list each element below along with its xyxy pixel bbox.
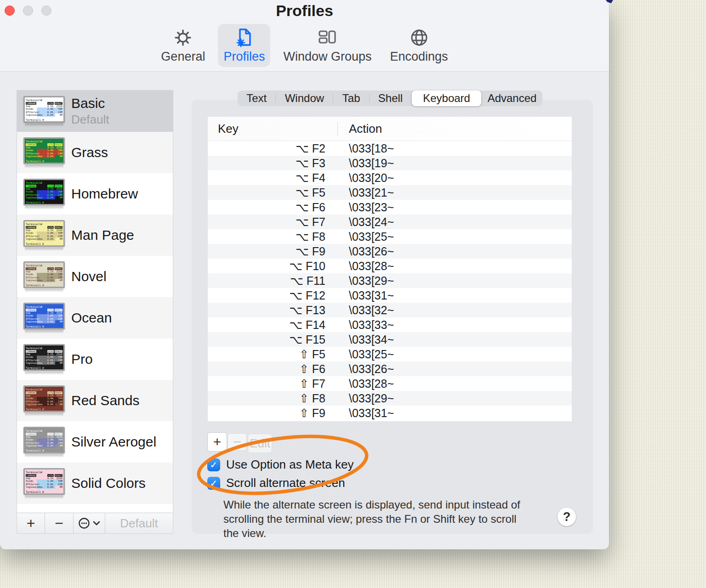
table-row[interactable]: ⌥ F13 \033[32~: [208, 303, 572, 317]
profile-list-item-grass[interactable]: Terminal1# COMMAND %CPURPRVT top4.1%231K…: [17, 132, 173, 173]
profile-list-item-ocean[interactable]: Terminal1# COMMAND %CPURPRVT top4.1%231K…: [17, 297, 173, 339]
profile-actions-menu-button[interactable]: [74, 513, 105, 533]
remove-profile-button[interactable]: −: [45, 513, 74, 533]
profile-thumbnail: Terminal1# COMMAND %CPURPRVT top4.1%231K…: [23, 220, 65, 251]
table-row[interactable]: ⌥ F3 \033[19~: [208, 156, 572, 170]
key-cell: ⌥ F14: [208, 318, 337, 332]
profile-list-item-silver-aerogel[interactable]: Terminal1# COMMAND %CPURPRVT top4.1%231K…: [17, 421, 173, 463]
window-title: Profiles: [0, 2, 609, 20]
profile-name: Grass: [71, 145, 108, 160]
profile-thumbnail: Terminal1# COMMAND %CPURPRVT top4.1%231K…: [23, 261, 65, 292]
column-header-key: Key: [208, 122, 337, 136]
profile-thumbnail: Terminal1# COMMAND %CPURPRVT top4.1%231K…: [23, 137, 65, 168]
table-row[interactable]: ⇧ F9 \033[31~: [208, 406, 572, 420]
table-row[interactable]: ⌥ F12 \033[31~: [208, 288, 572, 303]
table-row[interactable]: ⌥ F14 \033[33~: [208, 317, 572, 332]
tab-advanced[interactable]: Advanced: [482, 90, 542, 106]
gear-icon: [172, 27, 194, 49]
profile-name: Novel: [71, 269, 107, 284]
alternate-screen-help-text: While the alternate screen is displayed,…: [223, 498, 534, 540]
circle-ellipsis-icon: [78, 517, 91, 530]
table-row[interactable]: ⌥ F9 \033[26~: [208, 244, 572, 259]
key-cell: ⌥ F5: [208, 186, 337, 199]
toolbar-item-encodings[interactable]: Encodings: [385, 24, 454, 67]
action-cell: \033[29~: [337, 392, 394, 405]
help-button[interactable]: ?: [558, 508, 576, 526]
key-cell: ⌥ F7: [208, 215, 337, 229]
remove-mapping-button[interactable]: −: [228, 433, 247, 451]
key-cell: ⌥ F2: [208, 142, 337, 155]
key-cell: ⌥ F13: [208, 304, 337, 317]
profile-name: Silver Aerogel: [71, 434, 156, 450]
profile-thumbnail: Terminal1# COMMAND %CPURPRVT top4.1%231K…: [23, 468, 65, 499]
action-cell: \033[26~: [337, 362, 394, 376]
key-cell: ⌥ F4: [208, 171, 337, 185]
table-row[interactable]: ⌥ F2 \033[18~: [208, 141, 572, 156]
scroll-alternate-screen-checkbox[interactable]: ✓: [207, 477, 220, 490]
tab-keyboard[interactable]: Keyboard: [412, 90, 481, 106]
key-cell: ⌥ F10: [208, 260, 337, 273]
table-row[interactable]: ⌥ F4 \033[20~: [208, 170, 572, 185]
edit-mapping-button[interactable]: Edit: [248, 434, 272, 453]
use-option-as-meta-checkbox[interactable]: ✓: [207, 458, 220, 471]
profile-name: Basic: [71, 96, 109, 111]
add-mapping-button[interactable]: +: [207, 432, 227, 452]
scroll-alternate-screen-checkbox-row: ✓ Scroll alternate screen: [207, 476, 345, 490]
profile-thumbnail: Terminal1# COMMAND %CPURPRVT top4.1%231K…: [23, 344, 65, 375]
table-row[interactable]: ⌥ F8 \033[25~: [208, 229, 572, 244]
toolbar-label: Encodings: [390, 50, 448, 64]
profile-list-item-red-sands[interactable]: Terminal1# COMMAND %CPURPRVT top4.1%231K…: [17, 380, 173, 421]
profile-thumbnail: Terminal1# COMMAND %CPURPRVT top4.1%231K…: [23, 96, 65, 127]
key-cell: ⌥ F11: [208, 274, 337, 288]
action-cell: \033[24~: [337, 215, 394, 229]
chevron-down-icon: [93, 520, 100, 526]
toolbar-label: Window Groups: [283, 50, 371, 64]
profile-list-item-novel[interactable]: Terminal1# COMMAND %CPURPRVT top4.1%231K…: [17, 256, 173, 297]
toolbar-item-general[interactable]: General: [155, 24, 211, 67]
tab-bar: TextWindowTabShellKeyboardAdvanced: [238, 90, 542, 106]
tab-text[interactable]: Text: [238, 90, 275, 106]
profile-name: Solid Colors: [71, 475, 146, 491]
profile-name: Homebrew: [71, 186, 138, 202]
table-row[interactable]: ⇧ F6 \033[26~: [208, 362, 572, 376]
toolbar-item-window-groups[interactable]: Window Groups: [278, 24, 377, 67]
profile-list-item-solid-colors[interactable]: Terminal1# COMMAND %CPURPRVT top4.1%231K…: [17, 463, 173, 504]
tab-shell[interactable]: Shell: [370, 90, 411, 106]
window-groups-icon: [316, 27, 338, 49]
table-row[interactable]: ⇧ F8 \033[29~: [208, 391, 572, 406]
profile-subtitle: Default: [71, 113, 109, 127]
mapping-buttons: + − Edit: [207, 432, 272, 453]
key-cell: ⌥ F9: [208, 245, 337, 258]
tab-window[interactable]: Window: [276, 90, 333, 106]
globe-icon: [408, 27, 430, 49]
action-cell: \033[31~: [337, 407, 394, 420]
tab-tab[interactable]: Tab: [333, 90, 369, 106]
default-button[interactable]: Default: [105, 513, 173, 533]
profile-list-item-basic[interactable]: Terminal1# COMMAND %CPURPRVT top4.1%231K…: [17, 90, 173, 132]
table-row[interactable]: ⌥ F11 \033[29~: [208, 273, 572, 288]
toolbar: General Profiles: [0, 24, 609, 67]
action-cell: \033[18~: [337, 142, 394, 155]
key-cell: ⌥ F8: [208, 230, 337, 243]
titlebar-toolbar: Profiles General: [0, 0, 609, 72]
profile-thumbnail: Terminal1# COMMAND %CPURPRVT top4.1%231K…: [23, 303, 65, 334]
action-cell: \033[26~: [337, 245, 394, 258]
table-row[interactable]: ⇧ F7 \033[28~: [208, 376, 572, 391]
table-row[interactable]: ⌥ F15 \033[34~: [208, 332, 572, 347]
table-row[interactable]: ⌥ F6 \033[23~: [208, 200, 572, 215]
keyboard-settings-panel: TextWindowTabShellKeyboardAdvanced Key A…: [192, 100, 593, 534]
table-row[interactable]: ⌥ F10 \033[28~: [208, 259, 572, 273]
add-profile-button[interactable]: +: [17, 513, 45, 533]
table-row[interactable]: ⇧ F5 \033[25~: [208, 347, 572, 362]
toolbar-item-profiles[interactable]: Profiles: [218, 24, 270, 67]
profile-sidebar: Terminal1# COMMAND %CPURPRVT top4.1%231K…: [17, 90, 173, 534]
profile-name: Man Page: [71, 227, 134, 243]
profile-list-item-homebrew[interactable]: Terminal1# COMMAND %CPURPRVT top4.1%231K…: [17, 173, 173, 215]
profile-list-item-man-page[interactable]: Terminal1# COMMAND %CPURPRVT top4.1%231K…: [17, 215, 173, 256]
profile-list-item-pro[interactable]: Terminal1# COMMAND %CPURPRVT top4.1%231K…: [17, 339, 173, 380]
profile-name: Red Sands: [71, 393, 139, 408]
table-row[interactable]: ⌥ F5 \033[21~: [208, 185, 572, 200]
action-cell: \033[29~: [337, 274, 394, 288]
table-row[interactable]: ⌥ F7 \033[24~: [208, 215, 572, 229]
action-cell: \033[21~: [337, 186, 394, 199]
